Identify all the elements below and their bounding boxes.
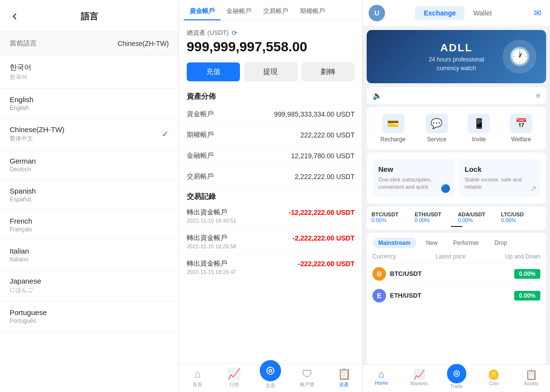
current-lang-label: 當前語言 [10, 39, 37, 48]
action-buttons: 充值 提現 劃轉 [179, 59, 362, 87]
lang-name-sub: Español, [10, 196, 36, 203]
lang-name-sub: にほんご [10, 286, 41, 294]
tools-bar: 🔈 ≡ [367, 87, 546, 104]
exchange-tab-wallet[interactable]: Wallet [464, 6, 500, 20]
exchange-nav-item-assets[interactable]: 📋 Assets [513, 367, 550, 390]
withdraw-button[interactable]: 提現 [244, 62, 297, 81]
banner-subtitle2: currency watch [429, 65, 484, 72]
exchange-nav-item-home[interactable]: ⌂ Home [363, 367, 400, 390]
lang-name-main: Chinese(ZH-TW) [10, 125, 64, 134]
bottom-nav-item-帳戶寶[interactable]: 🛡 帳戶寶 [289, 364, 326, 392]
quick-action-recharge[interactable]: 💳 Recharge [381, 114, 406, 143]
quick-action-icon: 📱 [468, 114, 490, 133]
quick-action-welfare[interactable]: 📅 Welfare [510, 114, 532, 143]
assets-tab-3[interactable]: 期權帳戶 [294, 0, 331, 20]
bottom-nav-item-行情[interactable]: 📈 行情 [216, 364, 253, 392]
assets-tab-1[interactable]: 金融帳戶 [221, 0, 257, 20]
trade-record: 轉出資金帳戶 -2,222,222.00 USDT 2022-11-15 18:… [179, 229, 362, 255]
language-item[interactable]: Japanese にほんご [0, 270, 178, 302]
quick-action-label: Recharge [381, 136, 406, 143]
product-icon: ↗ [530, 184, 536, 193]
total-amount: 999,999,997,558.00 [187, 39, 355, 55]
asset-value: 12,219,780.00 USDT [291, 152, 355, 160]
lang-name-main: French [10, 217, 32, 225]
lang-name-main: Japanese [10, 277, 41, 285]
nav-label: Markets [410, 381, 428, 386]
menu-icon[interactable]: ≡ [536, 91, 540, 100]
exchange-nav-item-trade[interactable]: Trade [438, 367, 475, 390]
market-list-item[interactable]: B BTC/USDT 0.00% [367, 263, 546, 285]
svg-point-3 [455, 373, 458, 375]
refresh-icon[interactable]: ⟳ [232, 29, 238, 37]
ticker-pair: ADA/USDT [458, 211, 498, 217]
assets-tabs: 資金帳戶金融帳戶交易帳戶期權帳戶 [179, 0, 362, 21]
market-ticker[interactable]: ADA/USDT 0.00% [458, 211, 498, 223]
market-filter-tab-new[interactable]: New [420, 238, 444, 248]
market-filter-tab-performer[interactable]: Performer [447, 238, 485, 248]
record-name: 轉出資金帳戶 [187, 259, 227, 268]
exchange-nav-item-markets[interactable]: 📈 Markets [400, 367, 437, 390]
coin-icon: B [372, 267, 386, 281]
check-icon: ✓ [162, 129, 169, 139]
asset-name: 交易帳戶 [187, 172, 214, 181]
language-item[interactable]: French Français [0, 210, 178, 240]
language-item[interactable]: German Deutsch [0, 150, 178, 180]
language-item[interactable]: 한국어 한국어 [0, 56, 178, 89]
header-up-down: Up and Down [505, 253, 540, 260]
lang-name-sub: Deutsch [10, 166, 36, 173]
record-name: 轉出資金帳戶 [187, 234, 227, 242]
market-filter-tab-drop[interactable]: Drop [489, 238, 513, 248]
svg-point-2 [454, 371, 460, 377]
nav-icon: 📋 [525, 369, 537, 380]
svg-point-1 [269, 369, 272, 372]
current-language-row: 當前語言 Chinese(ZH-TW) [0, 31, 178, 56]
quick-action-invite[interactable]: 📱 Invite [468, 114, 490, 143]
lang-name-main: Portuguese [10, 308, 47, 317]
mail-icon[interactable]: ✉ [531, 6, 544, 20]
quick-action-service[interactable]: 💬 Service [426, 114, 448, 143]
product-card-new[interactable]: New One-click subscription, convenient a… [372, 159, 454, 197]
ticker-pair: LTC/USD [501, 211, 541, 217]
product-card-lock[interactable]: Lock Stable income, safe and reliable ↗ [459, 159, 541, 197]
language-item[interactable]: Chinese(ZH-TW) 繁体中文 ✓ [0, 119, 178, 150]
deposit-button[interactable]: 充值 [187, 62, 240, 81]
nav-icon: ⌂ [379, 369, 385, 380]
assets-tab-0[interactable]: 資金帳戶 [184, 0, 221, 20]
quick-action-icon: 💳 [382, 114, 404, 133]
exchange-header: U ExchangeWallet ✉ [363, 0, 550, 26]
banner-text: ADLL 24 hours professional currency watc… [429, 42, 484, 72]
language-item[interactable]: Italian Italiano [0, 240, 178, 270]
banner: ADLL 24 hours professional currency watc… [367, 30, 546, 83]
bottom-nav-item-交易[interactable]: 交易 [253, 364, 289, 392]
total-assets-section: 總資產 (USDT) ⟳ 999,999,997,558.00 [179, 21, 362, 59]
trade-icon [447, 364, 466, 383]
market-ticker[interactable]: ETH/USDT 0.00% [415, 211, 455, 223]
language-item[interactable]: English English [0, 89, 178, 119]
record-date: 2022-11-15 18:26:47 [187, 269, 355, 275]
market-filter-tab-mainstream[interactable]: Mainstream [372, 238, 416, 248]
exchange-tabs: ExchangeWallet [389, 6, 527, 20]
language-header: 語言 [0, 0, 178, 31]
assets-tab-2[interactable]: 交易帳戶 [257, 0, 294, 20]
transfer-button[interactable]: 劃轉 [301, 62, 355, 81]
trade-icon [260, 360, 281, 381]
avatar: U [369, 5, 385, 21]
bottom-nav-item-資產[interactable]: 📋 資產 [326, 364, 362, 392]
exchange-tab-exchange[interactable]: Exchange [415, 6, 464, 20]
back-button[interactable] [8, 10, 21, 23]
market-ticker[interactable]: BTC/USDT 0.00% [372, 211, 412, 223]
language-item[interactable]: Portuguese Português [0, 302, 178, 332]
quick-action-label: Welfare [511, 136, 531, 143]
product-desc: Stable income, safe and reliable [465, 176, 535, 191]
quick-action-label: Service [427, 136, 446, 143]
exchange-nav-item-coin[interactable]: 🪙 Coin [475, 367, 512, 390]
banner-clock-icon: 🕐 [503, 40, 536, 74]
nav-label: Trade [450, 384, 463, 389]
language-item[interactable]: Spanish Español, [0, 180, 178, 210]
market-list-item[interactable]: E ETH/USDT 0.00% [367, 285, 546, 307]
bottom-nav-item-首頁[interactable]: ⌂ 首頁 [179, 364, 216, 392]
asset-row: 期權帳戶 222,222.00 USDT [179, 125, 362, 146]
market-ticker[interactable]: LTC/USD 0.00% [501, 211, 541, 223]
product-title: Lock [465, 165, 535, 173]
ticker-pair: ETH/USDT [415, 211, 455, 217]
